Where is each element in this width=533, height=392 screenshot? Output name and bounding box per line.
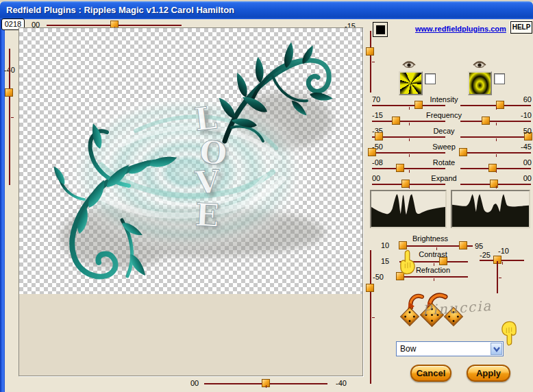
slider-handle[interactable] [396,164,404,172]
slider-handle[interactable] [490,180,498,188]
slider-handle[interactable] [368,148,376,156]
eye-icon[interactable] [402,60,416,69]
param-label: Decay [411,127,477,135]
slider-handle[interactable] [459,241,467,249]
slider-handle[interactable] [366,284,374,292]
param-label: Intensity [411,95,477,103]
param-right-value: -45 [521,143,532,151]
website-link[interactable]: www.redfieldplugins.com [415,25,506,33]
pointing-hand-cursor [501,317,517,349]
bottom-slider-label: 00 [190,379,199,387]
param-right-slider[interactable] [460,184,531,185]
histogram-display-left [370,190,447,228]
window-title: Redfield Plugins : Ripples Magic v1.12 C… [6,5,234,15]
chevron-down-icon [492,345,501,353]
slider-handle[interactable] [375,132,383,140]
parameter-rows: 70 Intensity 60 -15 Frequency -10 -35 [370,95,532,191]
slider-handle[interactable] [262,379,270,387]
slider-handle[interactable] [401,180,410,188]
window-left-border [0,19,5,392]
brightness-label: Brightness [397,234,463,243]
texture-checkbox-right[interactable] [494,73,505,84]
bottom-right-value: -40 [336,379,347,387]
param-right-value: 60 [523,95,532,103]
param-right-value: 00 [523,174,532,182]
slider-handle[interactable] [459,148,467,156]
param-row-rotate: -08 Rotate 00 [370,158,532,174]
param-row-decay: -35 Decay 50 [370,127,532,143]
brightness-right-value: 95 [475,242,483,250]
param-left-slider[interactable] [372,168,445,169]
param-right-slider[interactable] [460,136,531,138]
param-right-slider[interactable] [460,105,531,106]
slider-handle[interactable] [5,88,13,97]
pointing-hand-cursor [399,247,416,278]
top-slider[interactable] [47,25,182,26]
param-right-value: 00 [523,158,532,167]
param-left-slider[interactable] [372,105,445,106]
black-square-icon [376,25,385,34]
cancel-button[interactable]: Cancel [410,365,451,382]
offset-x-value: -25 [480,251,491,259]
apply-button[interactable]: Apply [467,365,510,382]
left-rail-slider[interactable] [9,49,10,185]
param-left-value: -15 [372,111,383,119]
eye-icon[interactable] [473,60,486,69]
slider-handle[interactable] [366,47,374,56]
param-left-slider[interactable] [372,121,445,122]
param-left-slider[interactable] [372,152,445,154]
texture-thumbnail-starburst[interactable] [399,71,423,95]
histogram-display-right [451,190,530,228]
param-row-intensity: 70 Intensity 60 [370,95,532,111]
slider-handle[interactable] [496,101,504,109]
preset-dropdown-value: Bow [400,344,416,354]
texture-checkbox-left[interactable] [425,73,436,84]
param-label: Expand [411,174,477,182]
param-left-slider[interactable] [372,184,445,185]
love-letter: E [194,196,220,234]
preview-panel: L O V E L O V E [18,27,363,376]
param-left-value: 70 [372,95,380,103]
offset-y-value: -10 [498,247,509,255]
offset-control[interactable] [480,260,524,261]
preview-canvas[interactable]: L O V E L O V E [19,28,362,294]
help-button[interactable]: HELP [510,21,532,34]
offset-control-vertical-rail [497,261,498,293]
slider-handle[interactable] [439,257,447,265]
contrast-value: 15 [381,257,389,265]
preset-dropdown[interactable]: Bow [396,341,504,356]
param-right-value: -10 [521,111,532,119]
refraction-value: -50 [369,273,384,281]
param-label: Frequency [411,111,477,119]
param-right-value: 50 [523,127,532,135]
param-label: Rotate [411,158,477,167]
param-row-expand: 00 Expand 00 [370,174,532,190]
param-right-slider[interactable] [460,121,531,122]
preview-artwork: L O V E L O V E [19,28,362,294]
slider-handle[interactable] [482,117,490,125]
slider-handle[interactable] [488,164,497,172]
param-left-value: -08 [372,158,383,167]
slider-handle[interactable] [392,117,400,125]
texture-thumbnail-ripples[interactable] [468,71,492,95]
param-right-slider[interactable] [460,168,531,169]
right-bottom-rail-slider[interactable] [370,250,371,384]
brightness-left-value: 10 [381,241,389,249]
background-color-swatch[interactable] [373,22,388,37]
bottom-slider[interactable] [204,383,327,384]
param-row-sweep: -50 Sweep -45 [370,143,532,158]
love-letter: L [193,99,219,138]
param-row-frequency: -15 Frequency -10 [370,111,532,127]
right-top-rail-slider[interactable] [370,31,371,93]
param-right-slider[interactable] [460,152,531,154]
param-left-slider[interactable] [372,136,445,138]
plugin-window: Redfield Plugins : Ripples Magic v1.12 C… [0,0,533,392]
title-bar[interactable]: Redfield Plugins : Ripples Magic v1.12 C… [0,1,533,19]
param-left-value: 00 [372,174,380,182]
